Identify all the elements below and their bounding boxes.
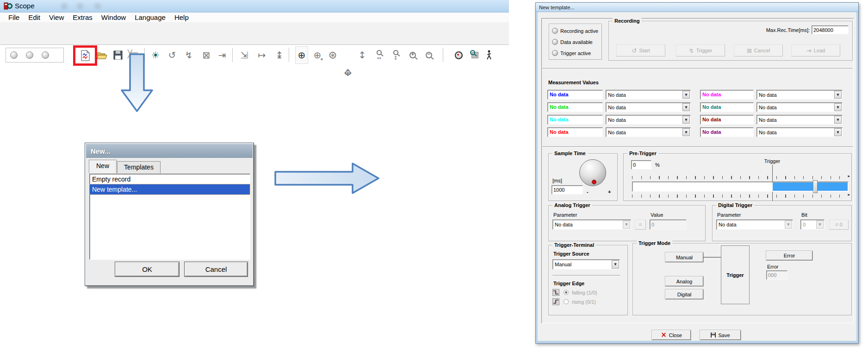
rising-edge-radio[interactable] bbox=[564, 299, 569, 304]
max-rec-time-input[interactable] bbox=[812, 25, 849, 34]
measure-select-8[interactable]: No data▼ bbox=[756, 127, 843, 137]
measure-select-3[interactable]: No data▼ bbox=[606, 115, 691, 125]
measure-select-1[interactable]: No data▼ bbox=[606, 90, 691, 100]
save-button[interactable]: Save bbox=[700, 330, 741, 340]
pre-trigger-group: Pre-Trigger % Trigger bbox=[623, 153, 852, 201]
falling-edge-radio[interactable] bbox=[564, 290, 569, 295]
menu-window[interactable]: Window bbox=[101, 13, 126, 21]
tab-templates[interactable]: Templates bbox=[117, 161, 161, 173]
arrow-right bbox=[259, 153, 398, 204]
view-magnifier-icon[interactable] bbox=[468, 46, 481, 64]
list-item-empty-record[interactable]: Empty record bbox=[90, 174, 250, 184]
ok-button[interactable]: OK bbox=[115, 262, 180, 277]
move-view-icon[interactable] bbox=[341, 64, 354, 81]
fit-view-icon[interactable] bbox=[238, 46, 251, 64]
dropdown-arrow-icon[interactable]: ▼ bbox=[682, 91, 690, 99]
blurred-control bbox=[59, 2, 69, 11]
manual-mode-button[interactable]: Manual bbox=[665, 252, 703, 262]
trigger-icon[interactable] bbox=[182, 46, 195, 64]
list-item-new-template[interactable]: New template... bbox=[90, 184, 250, 194]
cancel-button[interactable]: Cancel bbox=[184, 262, 248, 277]
template-dialog-titlebar[interactable]: New template... bbox=[536, 3, 858, 12]
dropdown-arrow-icon[interactable]: ▼ bbox=[834, 91, 842, 99]
close-button[interactable]: × Close bbox=[652, 330, 691, 340]
menu-extras[interactable]: Extras bbox=[73, 13, 93, 21]
record-led-2 bbox=[26, 51, 33, 59]
measure-select-6[interactable]: No data▼ bbox=[756, 102, 843, 112]
dropdown-arrow-icon: ▼ bbox=[785, 220, 792, 229]
toolbar: ↔ ↕ + − bbox=[0, 22, 509, 45]
new-dialog-titlebar[interactable]: New... bbox=[86, 144, 253, 158]
fit-y-axis-icon[interactable] bbox=[273, 46, 286, 64]
pre-trigger-slider-track[interactable] bbox=[632, 182, 849, 192]
fit-x-axis-icon[interactable] bbox=[255, 46, 268, 64]
pre-trigger-ruler-top bbox=[632, 176, 849, 179]
analog-compare-button[interactable]: = bbox=[635, 219, 646, 230]
new-record-icon[interactable] bbox=[81, 50, 90, 61]
zoom-in-icon[interactable]: + bbox=[406, 46, 419, 64]
rising-edge-option[interactable]: rising (0/1) bbox=[572, 299, 596, 305]
grid-icon[interactable] bbox=[326, 46, 339, 64]
separator bbox=[542, 146, 853, 147]
falling-edge-option[interactable]: falling (1/0) bbox=[572, 290, 597, 295]
tab-new[interactable]: New bbox=[89, 160, 117, 173]
zoom-horizontal-icon[interactable]: ↔ bbox=[372, 46, 385, 64]
trigger-terminal-title: Trigger-Terminal bbox=[552, 242, 596, 248]
dropdown-arrow-icon[interactable]: ▼ bbox=[834, 128, 842, 136]
cancel-recording-button[interactable]: ⊠ Cancel bbox=[734, 44, 783, 56]
digital-parameter-select[interactable]: No data▼ bbox=[716, 219, 793, 230]
pre-trigger-percent-input[interactable] bbox=[631, 160, 651, 169]
bit-select[interactable]: 0▼ bbox=[800, 219, 825, 230]
measure-select-2[interactable]: No data▼ bbox=[606, 102, 691, 112]
digital-mode-button[interactable]: Digital bbox=[665, 289, 703, 299]
zoom-out-icon[interactable]: − bbox=[422, 46, 435, 64]
dropdown-arrow-icon[interactable]: ▼ bbox=[682, 103, 690, 111]
scope-titlebar[interactable]: Scope bbox=[0, 0, 509, 13]
zoom-vertical-icon[interactable]: ↕ bbox=[389, 46, 402, 64]
error-button[interactable]: Error bbox=[766, 251, 812, 260]
menu-file[interactable]: File bbox=[8, 13, 19, 21]
bit-compare-button[interactable]: = 0 bbox=[829, 219, 849, 230]
analog-mode-button[interactable]: Analog bbox=[665, 276, 703, 286]
menu-view[interactable]: View bbox=[49, 13, 64, 21]
trigger-source-select[interactable]: Manual▼ bbox=[552, 259, 620, 270]
delete-record-icon[interactable] bbox=[128, 46, 141, 64]
connect-icon[interactable] bbox=[149, 46, 162, 64]
measure-select-7[interactable]: No data▼ bbox=[756, 115, 843, 125]
run-person-icon[interactable] bbox=[483, 46, 496, 64]
measure-display-3: No data bbox=[547, 115, 603, 125]
cursor-crosshair-icon[interactable] bbox=[295, 46, 308, 64]
trigger-button[interactable]: ↯ Trigger bbox=[676, 44, 725, 56]
cursor-lock-icon[interactable] bbox=[311, 46, 324, 64]
bit-label: Bit bbox=[801, 212, 807, 218]
vertical-scale-icon[interactable] bbox=[356, 46, 369, 64]
measure-select-4[interactable]: No data▼ bbox=[606, 127, 691, 137]
menu-help[interactable]: Help bbox=[174, 13, 189, 21]
dropdown-arrow-icon[interactable]: ▼ bbox=[682, 128, 690, 136]
dropdown-arrow-icon[interactable]: ▼ bbox=[834, 103, 842, 111]
load-data-icon[interactable] bbox=[216, 46, 229, 64]
start-recording-icon[interactable] bbox=[166, 46, 179, 64]
close-x-icon: × bbox=[661, 332, 667, 338]
pre-trigger-slider-thumb[interactable] bbox=[813, 180, 818, 193]
dropdown-arrow-icon[interactable]: ▼ bbox=[612, 260, 619, 269]
load-button[interactable]: ⇥ Load bbox=[791, 44, 840, 56]
error-code-input[interactable] bbox=[766, 270, 787, 280]
measure-display-7: No data bbox=[700, 115, 754, 125]
analog-value-input[interactable] bbox=[650, 219, 687, 230]
status-led-group: Recording active Data available Trigger … bbox=[549, 24, 602, 60]
open-record-icon[interactable] bbox=[96, 46, 109, 64]
recording-group: Recording Max.Rec.Time[ms]: ↺ Start ↯ Tr… bbox=[608, 21, 853, 61]
dropdown-arrow-icon[interactable]: ▼ bbox=[834, 116, 842, 124]
analog-parameter-select[interactable]: No data▼ bbox=[552, 219, 631, 230]
start-button[interactable]: ↺ Start bbox=[616, 44, 665, 56]
save-record-icon[interactable] bbox=[112, 46, 124, 64]
menu-language[interactable]: Language bbox=[135, 13, 166, 21]
dropdown-arrow-icon[interactable]: ▼ bbox=[682, 116, 690, 124]
cancel-recording-icon[interactable] bbox=[200, 46, 213, 64]
record-knob-icon[interactable] bbox=[452, 46, 465, 64]
measure-select-5[interactable]: No data▼ bbox=[756, 90, 843, 100]
menu-edit[interactable]: Edit bbox=[28, 13, 40, 21]
sample-time-input[interactable] bbox=[552, 185, 583, 194]
sample-time-knob[interactable] bbox=[579, 159, 606, 186]
